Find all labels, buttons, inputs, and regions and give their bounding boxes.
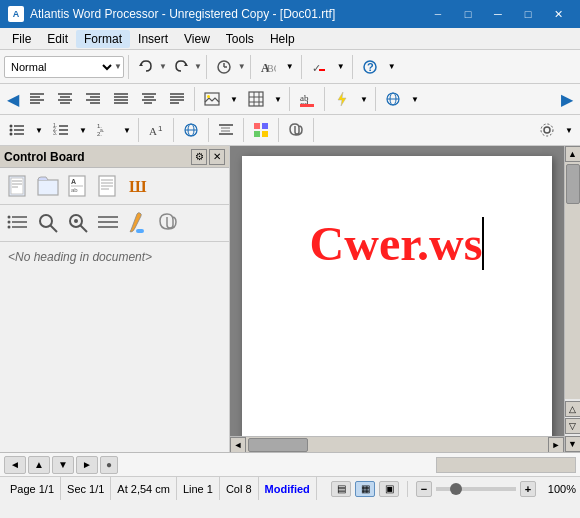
control-board-settings-btn[interactable]: ⚙ [191,149,207,165]
cb-select-btn[interactable] [64,209,92,237]
cb-search-btn[interactable] [34,209,62,237]
redo-dropdown-arrow[interactable]: ▼ [194,62,202,71]
col-label: Col 8 [226,483,252,495]
view-mode-3-btn[interactable]: ▣ [379,481,399,497]
internet-dropdown[interactable]: ▼ [408,86,422,112]
inner-minimize-btn[interactable]: ─ [424,4,452,24]
cb-index-btn[interactable] [94,172,122,200]
scroll-page-up-btn[interactable]: △ [565,401,581,417]
insert-table-btn[interactable] [243,86,269,112]
view-mode-2-btn[interactable]: ▦ [355,481,375,497]
undo-btn[interactable] [133,54,159,80]
redo-btn[interactable] [168,54,194,80]
macro-dropdown[interactable]: ▼ [357,86,371,112]
insert-image-btn[interactable] [199,86,225,112]
svg-point-101 [40,215,52,227]
right-nav-btn[interactable]: ▶ [558,86,576,112]
cb-color-btn[interactable] [124,209,152,237]
scroll-up-btn[interactable]: ▲ [565,146,581,162]
text-color-btn[interactable]: abcd [294,86,320,112]
color-picker-btn[interactable] [248,117,274,143]
align-center-btn[interactable] [52,86,78,112]
nav-select-btn[interactable]: ● [100,456,118,474]
inner-maximize-btn[interactable]: □ [454,4,482,24]
help-btn[interactable]: ? [357,54,383,80]
date-time-btn[interactable] [211,54,237,80]
hyperlink-btn[interactable] [178,117,204,143]
title-bar-text: Atlantis Word Processor - Unregistered C… [30,7,335,21]
nav-down-btn[interactable]: ▼ [52,456,74,474]
attach-btn[interactable] [283,117,309,143]
cb-styles-btn[interactable]: Aab [64,172,92,200]
datetime-dropdown-arrow[interactable]: ▼ [238,62,246,71]
svg-marker-45 [338,92,346,106]
align-left-btn[interactable] [24,86,50,112]
cb-list-btn[interactable] [4,209,32,237]
align-justify-btn[interactable] [108,86,134,112]
toc-btn[interactable] [213,117,239,143]
menu-format[interactable]: Format [76,30,130,48]
zoom-out-btn[interactable]: − [416,481,432,497]
cb-attach-btn[interactable] [154,209,182,237]
numbered-dropdown[interactable]: ▼ [76,117,90,143]
bullet-dropdown[interactable]: ▼ [32,117,46,143]
vertical-scrollbar[interactable]: ▲ △ ▽ ▼ [564,146,580,452]
settings-dropdown[interactable]: ▼ [562,117,576,143]
style-select[interactable]: Normal Heading 1 Heading 2 [5,57,115,77]
internet-btn[interactable] [380,86,406,112]
align-justify2-btn[interactable] [164,86,190,112]
undo-dropdown-arrow[interactable]: ▼ [159,62,167,71]
menu-view[interactable]: View [176,30,218,48]
document-page[interactable]: Cwer.ws [242,156,552,436]
style-dropdown[interactable]: Normal Heading 1 Heading 2 ▼ [4,56,124,78]
scroll-thumb-v[interactable] [566,164,580,204]
menu-file[interactable]: File [4,30,39,48]
nav-prev-btn[interactable]: ◄ [4,456,26,474]
spellcheck-dropdown[interactable]: ▼ [283,54,297,80]
control-board-close-btn[interactable]: ✕ [209,149,225,165]
grammar-btn[interactable]: ✓ [306,54,332,80]
svg-rect-75 [254,131,260,137]
zoom-slider[interactable] [436,487,516,491]
insert-image-dropdown[interactable]: ▼ [227,86,241,112]
grammar-dropdown[interactable]: ▼ [334,54,348,80]
nav-next-btn[interactable]: ► [76,456,98,474]
scroll-left-btn[interactable]: ◄ [230,437,246,453]
menu-help[interactable]: Help [262,30,303,48]
window-minimize-btn[interactable]: ─ [484,4,512,24]
spellcheck-btn[interactable]: ABC [255,54,281,80]
document-text[interactable]: Cwer.ws [262,216,532,271]
outline-list-btn[interactable]: 1.a.2. [92,117,118,143]
macro-btn[interactable] [329,86,355,112]
insert-table-dropdown[interactable]: ▼ [271,86,285,112]
nav-up-btn[interactable]: ▲ [28,456,50,474]
numbered-list-btn[interactable]: 1.2.3. [48,117,74,143]
scroll-track-h[interactable] [246,437,548,452]
horizontal-scrollbar[interactable]: ◄ ► [230,436,564,452]
toolbar-settings-btn[interactable] [534,117,560,143]
view-mode-1-btn[interactable]: ▤ [331,481,351,497]
menu-insert[interactable]: Insert [130,30,176,48]
cb-file-mgr-btn[interactable] [34,172,62,200]
help-dropdown[interactable]: ▼ [385,54,399,80]
align-center2-btn[interactable] [136,86,162,112]
cb-outline-btn[interactable] [94,209,122,237]
cb-doc-list-btn[interactable] [4,172,32,200]
scroll-track-v[interactable] [565,162,580,399]
scroll-right-btn[interactable]: ► [548,437,564,453]
menu-tools[interactable]: Tools [218,30,262,48]
zoom-in-btn[interactable]: + [520,481,536,497]
align-right-btn[interactable] [80,86,106,112]
scroll-thumb-h[interactable] [248,438,308,452]
left-nav-btn[interactable]: ◀ [4,86,22,112]
scroll-down-btn[interactable]: ▼ [565,436,581,452]
window-maximize-btn[interactable]: □ [514,4,542,24]
autofootnote-btn[interactable]: A1 [143,117,169,143]
document-content-area[interactable]: Cwer.ws [230,146,564,436]
cb-char-map-btn[interactable]: Ш [124,172,152,200]
outline-dropdown[interactable]: ▼ [120,117,134,143]
menu-edit[interactable]: Edit [39,30,76,48]
scroll-page-down-btn[interactable]: ▽ [565,418,581,434]
window-close-btn[interactable]: ✕ [544,4,572,24]
bullet-list-btn[interactable] [4,117,30,143]
